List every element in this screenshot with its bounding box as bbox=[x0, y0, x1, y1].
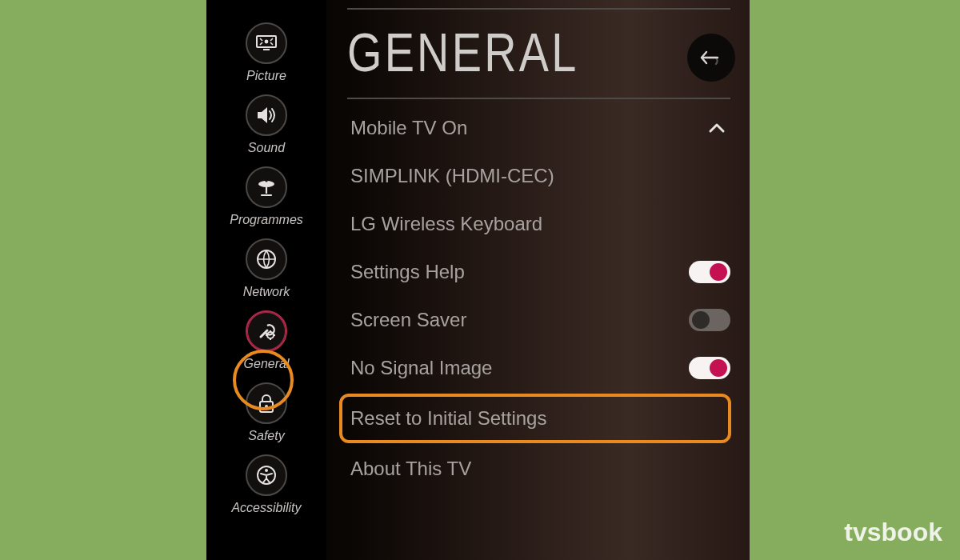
sidebar-label: Network bbox=[243, 285, 290, 299]
row-no-signal-image[interactable]: No Signal Image bbox=[342, 344, 730, 392]
divider bbox=[347, 98, 730, 99]
sound-icon bbox=[246, 94, 287, 136]
row-about-this-tv[interactable]: About This TV bbox=[342, 445, 730, 493]
row-reset-to-initial[interactable]: Reset to Initial Settings bbox=[342, 392, 730, 445]
row-label: About This TV bbox=[350, 458, 471, 480]
row-screen-saver[interactable]: Screen Saver bbox=[342, 296, 730, 344]
sidebar-item-network[interactable]: Network bbox=[243, 238, 290, 299]
sidebar-label: Programmes bbox=[230, 213, 303, 227]
row-label: Reset to Initial Settings bbox=[350, 407, 546, 430]
row-label: Screen Saver bbox=[350, 309, 466, 331]
lock-icon bbox=[246, 382, 287, 424]
satellite-icon bbox=[246, 166, 287, 208]
svg-point-10 bbox=[265, 469, 268, 472]
back-arrow-icon bbox=[700, 49, 722, 66]
settings-sidebar: Picture Sound Programmes Network General bbox=[206, 0, 326, 560]
sidebar-item-sound[interactable]: Sound bbox=[246, 94, 287, 155]
accessibility-icon bbox=[246, 454, 287, 496]
row-label: Mobile TV On bbox=[350, 117, 467, 139]
divider bbox=[347, 8, 730, 10]
sidebar-label: Sound bbox=[248, 141, 285, 155]
settings-content: GENERAL Mobile TV On SIMPLINK (HDMI-CEC)… bbox=[342, 0, 750, 560]
sidebar-item-accessibility[interactable]: Accessibility bbox=[231, 454, 301, 515]
picture-icon bbox=[246, 22, 287, 64]
row-label: No Signal Image bbox=[350, 357, 492, 379]
sidebar-item-general[interactable]: General bbox=[244, 310, 290, 371]
page-title: GENERAL bbox=[347, 21, 662, 83]
settings-list: Mobile TV On SIMPLINK (HDMI-CEC) LG Wire… bbox=[342, 104, 730, 493]
toggle-screen-saver[interactable] bbox=[689, 309, 730, 331]
sidebar-label: Safety bbox=[248, 429, 284, 443]
sidebar-label: Picture bbox=[246, 69, 286, 83]
sidebar-label: Accessibility bbox=[231, 501, 301, 515]
row-label: SIMPLINK (HDMI-CEC) bbox=[350, 165, 554, 187]
row-lg-wireless-keyboard[interactable]: LG Wireless Keyboard bbox=[342, 200, 730, 248]
chevron-up-icon bbox=[708, 122, 726, 134]
svg-point-4 bbox=[265, 179, 267, 182]
back-button[interactable] bbox=[687, 34, 735, 82]
row-simplink[interactable]: SIMPLINK (HDMI-CEC) bbox=[342, 152, 730, 200]
watermark: tvsbook bbox=[844, 518, 942, 547]
row-label: Settings Help bbox=[350, 261, 465, 283]
sidebar-label: General bbox=[244, 357, 290, 371]
row-label: LG Wireless Keyboard bbox=[350, 213, 542, 235]
toggle-no-signal-image[interactable] bbox=[689, 357, 730, 379]
svg-rect-2 bbox=[263, 49, 270, 50]
sidebar-item-safety[interactable]: Safety bbox=[246, 382, 287, 443]
row-settings-help[interactable]: Settings Help bbox=[342, 248, 730, 296]
sidebar-item-picture[interactable]: Picture bbox=[246, 22, 287, 83]
toggle-settings-help[interactable] bbox=[689, 261, 730, 283]
settings-panel: Picture Sound Programmes Network General bbox=[206, 0, 750, 560]
svg-point-8 bbox=[265, 405, 268, 408]
globe-icon bbox=[246, 238, 287, 280]
sidebar-item-programmes[interactable]: Programmes bbox=[230, 166, 303, 227]
row-mobile-tv-on[interactable]: Mobile TV On bbox=[342, 104, 730, 152]
wrench-gear-icon bbox=[246, 310, 287, 352]
svg-point-1 bbox=[265, 40, 269, 44]
